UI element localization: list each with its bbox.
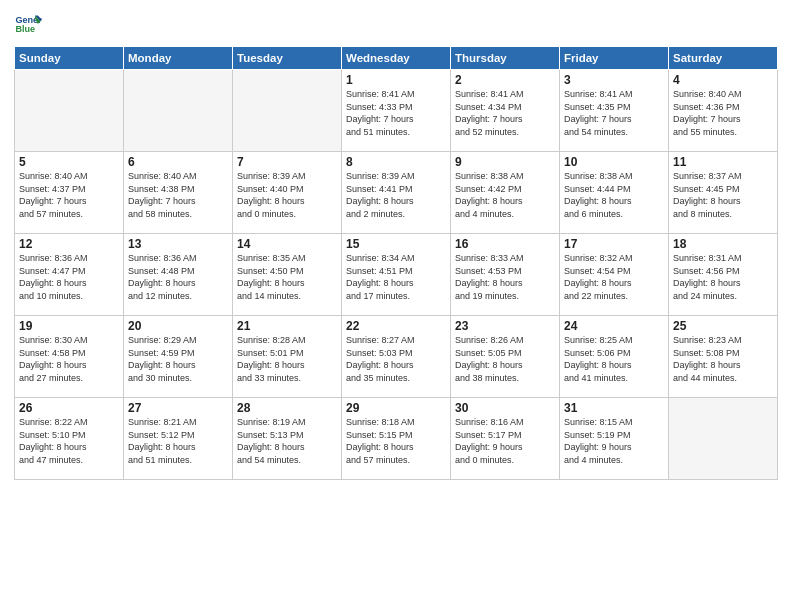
day-number: 13 <box>128 237 228 251</box>
day-cell: 28Sunrise: 8:19 AM Sunset: 5:13 PM Dayli… <box>233 398 342 480</box>
day-cell <box>124 70 233 152</box>
day-info: Sunrise: 8:25 AM Sunset: 5:06 PM Dayligh… <box>564 334 664 384</box>
day-cell: 22Sunrise: 8:27 AM Sunset: 5:03 PM Dayli… <box>342 316 451 398</box>
day-cell: 6Sunrise: 8:40 AM Sunset: 4:38 PM Daylig… <box>124 152 233 234</box>
day-cell: 17Sunrise: 8:32 AM Sunset: 4:54 PM Dayli… <box>560 234 669 316</box>
day-number: 26 <box>19 401 119 415</box>
calendar-table: SundayMondayTuesdayWednesdayThursdayFrid… <box>14 46 778 480</box>
day-info: Sunrise: 8:40 AM Sunset: 4:38 PM Dayligh… <box>128 170 228 220</box>
day-number: 8 <box>346 155 446 169</box>
day-cell: 11Sunrise: 8:37 AM Sunset: 4:45 PM Dayli… <box>669 152 778 234</box>
col-header-sunday: Sunday <box>15 47 124 70</box>
day-info: Sunrise: 8:37 AM Sunset: 4:45 PM Dayligh… <box>673 170 773 220</box>
day-number: 25 <box>673 319 773 333</box>
day-number: 29 <box>346 401 446 415</box>
day-info: Sunrise: 8:40 AM Sunset: 4:36 PM Dayligh… <box>673 88 773 138</box>
day-number: 28 <box>237 401 337 415</box>
day-cell: 27Sunrise: 8:21 AM Sunset: 5:12 PM Dayli… <box>124 398 233 480</box>
day-cell: 26Sunrise: 8:22 AM Sunset: 5:10 PM Dayli… <box>15 398 124 480</box>
day-number: 11 <box>673 155 773 169</box>
day-info: Sunrise: 8:36 AM Sunset: 4:47 PM Dayligh… <box>19 252 119 302</box>
day-number: 21 <box>237 319 337 333</box>
day-info: Sunrise: 8:36 AM Sunset: 4:48 PM Dayligh… <box>128 252 228 302</box>
day-number: 19 <box>19 319 119 333</box>
day-cell: 5Sunrise: 8:40 AM Sunset: 4:37 PM Daylig… <box>15 152 124 234</box>
day-info: Sunrise: 8:32 AM Sunset: 4:54 PM Dayligh… <box>564 252 664 302</box>
day-number: 16 <box>455 237 555 251</box>
day-cell: 30Sunrise: 8:16 AM Sunset: 5:17 PM Dayli… <box>451 398 560 480</box>
day-number: 6 <box>128 155 228 169</box>
week-row-2: 5Sunrise: 8:40 AM Sunset: 4:37 PM Daylig… <box>15 152 778 234</box>
logo-icon: General Blue <box>14 10 42 38</box>
col-header-wednesday: Wednesday <box>342 47 451 70</box>
week-row-1: 1Sunrise: 8:41 AM Sunset: 4:33 PM Daylig… <box>15 70 778 152</box>
day-cell: 9Sunrise: 8:38 AM Sunset: 4:42 PM Daylig… <box>451 152 560 234</box>
day-info: Sunrise: 8:29 AM Sunset: 4:59 PM Dayligh… <box>128 334 228 384</box>
day-cell: 12Sunrise: 8:36 AM Sunset: 4:47 PM Dayli… <box>15 234 124 316</box>
day-info: Sunrise: 8:27 AM Sunset: 5:03 PM Dayligh… <box>346 334 446 384</box>
page-container: General Blue SundayMondayTuesdayWednesda… <box>0 0 792 490</box>
day-cell: 13Sunrise: 8:36 AM Sunset: 4:48 PM Dayli… <box>124 234 233 316</box>
day-number: 30 <box>455 401 555 415</box>
day-info: Sunrise: 8:38 AM Sunset: 4:44 PM Dayligh… <box>564 170 664 220</box>
week-row-4: 19Sunrise: 8:30 AM Sunset: 4:58 PM Dayli… <box>15 316 778 398</box>
col-header-monday: Monday <box>124 47 233 70</box>
day-number: 24 <box>564 319 664 333</box>
day-info: Sunrise: 8:28 AM Sunset: 5:01 PM Dayligh… <box>237 334 337 384</box>
day-number: 18 <box>673 237 773 251</box>
day-cell: 23Sunrise: 8:26 AM Sunset: 5:05 PM Dayli… <box>451 316 560 398</box>
day-info: Sunrise: 8:35 AM Sunset: 4:50 PM Dayligh… <box>237 252 337 302</box>
day-number: 17 <box>564 237 664 251</box>
day-info: Sunrise: 8:41 AM Sunset: 4:33 PM Dayligh… <box>346 88 446 138</box>
day-info: Sunrise: 8:18 AM Sunset: 5:15 PM Dayligh… <box>346 416 446 466</box>
day-number: 31 <box>564 401 664 415</box>
day-info: Sunrise: 8:40 AM Sunset: 4:37 PM Dayligh… <box>19 170 119 220</box>
col-header-friday: Friday <box>560 47 669 70</box>
day-cell: 3Sunrise: 8:41 AM Sunset: 4:35 PM Daylig… <box>560 70 669 152</box>
day-number: 23 <box>455 319 555 333</box>
day-cell: 31Sunrise: 8:15 AM Sunset: 5:19 PM Dayli… <box>560 398 669 480</box>
day-number: 4 <box>673 73 773 87</box>
day-number: 9 <box>455 155 555 169</box>
day-info: Sunrise: 8:19 AM Sunset: 5:13 PM Dayligh… <box>237 416 337 466</box>
col-header-tuesday: Tuesday <box>233 47 342 70</box>
day-cell: 15Sunrise: 8:34 AM Sunset: 4:51 PM Dayli… <box>342 234 451 316</box>
col-header-thursday: Thursday <box>451 47 560 70</box>
day-number: 1 <box>346 73 446 87</box>
day-number: 15 <box>346 237 446 251</box>
day-number: 12 <box>19 237 119 251</box>
day-info: Sunrise: 8:21 AM Sunset: 5:12 PM Dayligh… <box>128 416 228 466</box>
day-cell: 16Sunrise: 8:33 AM Sunset: 4:53 PM Dayli… <box>451 234 560 316</box>
day-cell: 7Sunrise: 8:39 AM Sunset: 4:40 PM Daylig… <box>233 152 342 234</box>
day-number: 5 <box>19 155 119 169</box>
day-info: Sunrise: 8:30 AM Sunset: 4:58 PM Dayligh… <box>19 334 119 384</box>
day-cell: 18Sunrise: 8:31 AM Sunset: 4:56 PM Dayli… <box>669 234 778 316</box>
day-info: Sunrise: 8:41 AM Sunset: 4:35 PM Dayligh… <box>564 88 664 138</box>
week-row-5: 26Sunrise: 8:22 AM Sunset: 5:10 PM Dayli… <box>15 398 778 480</box>
day-number: 2 <box>455 73 555 87</box>
day-number: 10 <box>564 155 664 169</box>
day-cell: 29Sunrise: 8:18 AM Sunset: 5:15 PM Dayli… <box>342 398 451 480</box>
day-info: Sunrise: 8:33 AM Sunset: 4:53 PM Dayligh… <box>455 252 555 302</box>
day-cell: 19Sunrise: 8:30 AM Sunset: 4:58 PM Dayli… <box>15 316 124 398</box>
day-number: 3 <box>564 73 664 87</box>
day-cell: 21Sunrise: 8:28 AM Sunset: 5:01 PM Dayli… <box>233 316 342 398</box>
day-info: Sunrise: 8:34 AM Sunset: 4:51 PM Dayligh… <box>346 252 446 302</box>
day-number: 20 <box>128 319 228 333</box>
day-cell <box>15 70 124 152</box>
day-info: Sunrise: 8:22 AM Sunset: 5:10 PM Dayligh… <box>19 416 119 466</box>
day-info: Sunrise: 8:15 AM Sunset: 5:19 PM Dayligh… <box>564 416 664 466</box>
day-cell: 1Sunrise: 8:41 AM Sunset: 4:33 PM Daylig… <box>342 70 451 152</box>
day-cell: 2Sunrise: 8:41 AM Sunset: 4:34 PM Daylig… <box>451 70 560 152</box>
day-cell: 24Sunrise: 8:25 AM Sunset: 5:06 PM Dayli… <box>560 316 669 398</box>
svg-text:Blue: Blue <box>15 24 35 34</box>
col-header-saturday: Saturday <box>669 47 778 70</box>
week-row-3: 12Sunrise: 8:36 AM Sunset: 4:47 PM Dayli… <box>15 234 778 316</box>
day-info: Sunrise: 8:31 AM Sunset: 4:56 PM Dayligh… <box>673 252 773 302</box>
day-info: Sunrise: 8:39 AM Sunset: 4:40 PM Dayligh… <box>237 170 337 220</box>
day-cell: 14Sunrise: 8:35 AM Sunset: 4:50 PM Dayli… <box>233 234 342 316</box>
day-cell <box>669 398 778 480</box>
day-cell: 20Sunrise: 8:29 AM Sunset: 4:59 PM Dayli… <box>124 316 233 398</box>
day-info: Sunrise: 8:26 AM Sunset: 5:05 PM Dayligh… <box>455 334 555 384</box>
day-cell <box>233 70 342 152</box>
